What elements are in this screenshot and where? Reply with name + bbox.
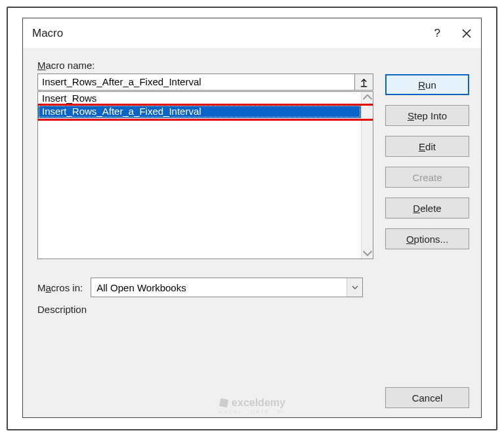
- screenshot-frame: Macro ? Macro name:: [7, 7, 497, 430]
- scroll-up-icon[interactable]: [362, 92, 373, 102]
- create-button: Create: [385, 167, 469, 188]
- macro-name-label: Macro name:: [37, 60, 373, 71]
- macro-name-input[interactable]: [37, 73, 355, 91]
- svg-rect-0: [361, 86, 367, 87]
- title-controls: ?: [434, 27, 472, 40]
- collapse-dialog-button[interactable]: [355, 73, 373, 91]
- help-icon[interactable]: ?: [434, 27, 440, 40]
- description-label: Description: [37, 304, 373, 315]
- close-icon[interactable]: [461, 28, 472, 39]
- macro-dialog: Macro ? Macro name:: [22, 18, 482, 418]
- macros-in-value: All Open Workbooks: [91, 282, 346, 293]
- macros-in-label: Macros in:: [37, 282, 83, 293]
- upper-section: Macro name: Insert_Rows Insert_Rows_Afte…: [37, 60, 469, 318]
- macros-in-select[interactable]: All Open Workbooks: [91, 278, 363, 297]
- left-column: Macro name: Insert_Rows Insert_Rows_Afte…: [37, 60, 373, 318]
- macros-in-row: Macros in: All Open Workbooks: [37, 278, 373, 297]
- step-into-button[interactable]: Step Into: [385, 105, 469, 126]
- title-bar: Macro ?: [23, 18, 481, 48]
- list-item[interactable]: Insert_Rows_After_a_Fixed_Interval: [38, 105, 361, 118]
- scroll-down-icon[interactable]: [362, 248, 373, 259]
- list-item[interactable]: Insert_Rows: [38, 92, 361, 105]
- dialog-body: Macro name: Insert_Rows Insert_Rows_Afte…: [23, 48, 481, 417]
- macro-listbox[interactable]: Insert_Rows Insert_Rows_After_a_Fixed_In…: [37, 91, 373, 259]
- scrollbar[interactable]: [361, 92, 373, 259]
- run-button[interactable]: Run: [385, 74, 469, 95]
- button-column: Run Step Into Edit Create Delete Options…: [385, 60, 469, 318]
- chevron-down-icon[interactable]: [346, 278, 362, 297]
- delete-button[interactable]: Delete: [385, 198, 469, 218]
- dialog-title: Macro: [32, 27, 434, 40]
- options-button[interactable]: Options...: [385, 228, 469, 249]
- dialog-footer: Cancel: [37, 387, 469, 408]
- macro-name-row: [37, 73, 373, 91]
- edit-button[interactable]: Edit: [385, 136, 469, 157]
- cancel-button[interactable]: Cancel: [385, 387, 469, 408]
